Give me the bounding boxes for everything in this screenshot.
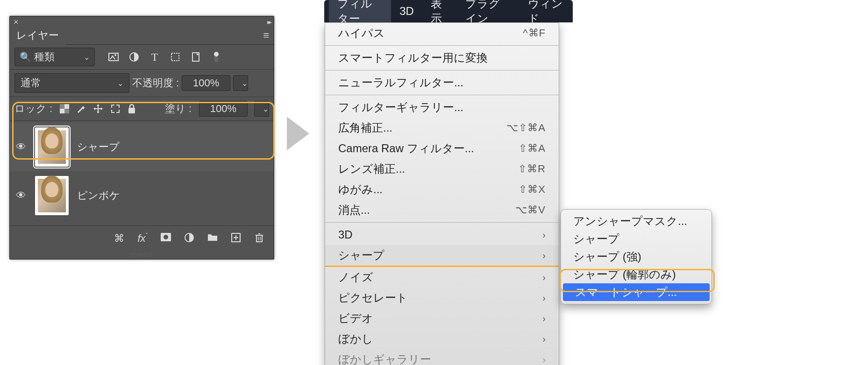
panel-menu-icon[interactable]: ≡	[263, 29, 269, 42]
mask-icon[interactable]	[160, 232, 172, 245]
menu-3d[interactable]: 3D	[391, 2, 422, 21]
filter-smart-icon[interactable]	[190, 51, 201, 63]
menu-item[interactable]: 消点... ⌥⌘V	[325, 200, 559, 220]
chevron-right-icon: ›	[542, 334, 546, 344]
filter-adjust-icon[interactable]	[128, 51, 140, 63]
fill-label: 塗り :	[165, 102, 192, 116]
opacity-input[interactable]: 100%	[182, 75, 230, 91]
svg-rect-14	[114, 104, 116, 106]
menu-item-label: 広角補正...	[338, 120, 392, 135]
submenu-item[interactable]: シャープ (強)	[561, 248, 711, 266]
menu-item-neural[interactable]: ニューラルフィルター...	[325, 72, 559, 93]
lock-paint-icon[interactable]	[76, 104, 86, 114]
menu-item-label: ぼかし	[338, 331, 373, 346]
svg-point-6	[214, 52, 219, 56]
menu-item[interactable]: Camera Raw フィルター... ⇧⌘A	[325, 138, 559, 159]
menu-shortcut: ⇧⌘A	[519, 142, 546, 154]
chevron-down-icon: ⌄	[242, 79, 248, 88]
submenu-item[interactable]: アンシャープマスク...	[561, 212, 711, 230]
menu-item-label: ビデオ	[338, 311, 373, 326]
chevron-down-icon: ⌄	[263, 105, 269, 113]
layer-row[interactable]: 👁 シャープ	[10, 123, 274, 171]
submenu-item[interactable]: シャープ	[561, 230, 711, 248]
submenu-item-smart-sharpen[interactable]: スマートシャープ...	[563, 283, 710, 301]
menu-item-convert-smart[interactable]: スマートフィルター用に変換	[325, 48, 559, 68]
menu-item-label: Camera Raw フィルター...	[338, 141, 474, 156]
menu-item-submenu[interactable]: ノイズ ›	[325, 267, 559, 288]
opacity-label: 不透明度 :	[132, 76, 179, 90]
menu-item-submenu[interactable]: ビデオ ›	[325, 308, 559, 329]
chevron-right-icon: ›	[542, 230, 546, 240]
filter-pixel-icon[interactable]	[108, 51, 119, 63]
menu-separator	[325, 70, 559, 70]
chevron-down-icon: ⌄	[117, 79, 123, 88]
chevron-down-icon: ⌄	[84, 53, 90, 62]
lock-move-icon[interactable]	[92, 103, 104, 114]
menu-shortcut: ⇧⌘X	[519, 183, 546, 196]
visibility-icon[interactable]: 👁	[15, 141, 27, 153]
fx-icon[interactable]: fxˇ	[136, 232, 149, 245]
menu-item[interactable]: レンズ補正... ⇧⌘R	[325, 159, 559, 179]
fill-value: 100%	[210, 103, 236, 115]
menu-shortcut: ⌥⇧⌘A	[506, 122, 546, 134]
menu-item-submenu[interactable]: ぼかし ›	[325, 329, 559, 349]
menu-item-sharpen[interactable]: シャープ ›	[325, 245, 559, 266]
lock-transparency-icon[interactable]	[60, 104, 69, 113]
menu-item-submenu[interactable]: ピクセレート ›	[325, 288, 559, 308]
menu-item-label: スマートフィルター用に変換	[338, 50, 488, 65]
submenu-item[interactable]: シャープ (輪郭のみ)	[561, 266, 711, 283]
menu-item-label: ニューラルフィルター...	[338, 75, 463, 90]
menu-item[interactable]: フィルターギャラリー...	[325, 97, 559, 118]
menu-item[interactable]: 広角補正... ⌥⇧⌘A	[325, 118, 559, 138]
menu-item-label: ハイパス	[338, 26, 385, 41]
resize-grip[interactable]: ::::::::::	[10, 251, 274, 259]
blend-mode-select[interactable]: 通常 ⌄	[14, 73, 129, 93]
blend-mode-value: 通常	[21, 76, 41, 90]
blend-row: 通常 ⌄ 不透明度 : 100% ⌄	[10, 70, 274, 97]
filter-shape-icon[interactable]	[170, 51, 181, 63]
menu-item-submenu[interactable]: 3D ›	[325, 225, 559, 245]
svg-rect-8	[60, 104, 64, 109]
chevron-right-icon: ›	[542, 272, 546, 283]
opacity-dropdown-button[interactable]: ⌄	[233, 75, 248, 91]
layer-kind-label: 種類	[34, 50, 55, 64]
menu-item-label: シャープ (強)	[573, 249, 641, 264]
layer-kind-select[interactable]: 🔍 種類 ⌄	[14, 48, 95, 66]
layer-name[interactable]: シャープ	[77, 140, 120, 154]
adjustment-icon[interactable]	[183, 232, 195, 245]
menu-item-label: ぼかしギャラリー	[338, 352, 431, 365]
lock-artboard-icon[interactable]	[110, 104, 121, 114]
svg-rect-12	[110, 108, 113, 110]
visibility-icon[interactable]: 👁	[15, 190, 27, 202]
link-layers-icon[interactable]: ⌘	[113, 232, 125, 245]
menu-item-label: 3D	[338, 228, 353, 241]
menu-item[interactable]: ゆがみ... ⇧⌘X	[325, 179, 559, 200]
tab-layers[interactable]: レイヤー	[10, 25, 65, 46]
menu-item-label: フィルターギャラリー...	[338, 100, 463, 115]
svg-rect-9	[64, 109, 69, 113]
menu-separator	[325, 45, 559, 46]
filter-toggle[interactable]	[211, 51, 222, 63]
group-icon[interactable]	[206, 232, 219, 245]
svg-rect-3	[171, 53, 179, 61]
menu-separator	[325, 222, 559, 223]
layer-row[interactable]: 👁 ピンボケ	[10, 171, 274, 220]
filter-type-icon[interactable]: T	[149, 51, 160, 63]
layer-filter-icons: T	[108, 51, 222, 63]
menu-item-label: シャープ	[338, 248, 384, 263]
layer-thumbnail[interactable]	[35, 127, 69, 167]
svg-rect-13	[118, 108, 121, 110]
layer-filter-row: 🔍 種類 ⌄ T	[10, 45, 274, 70]
layer-name[interactable]: ピンボケ	[77, 189, 120, 203]
lock-all-icon[interactable]	[127, 104, 136, 114]
fill-input[interactable]: 100%	[199, 101, 248, 117]
fill-dropdown-button[interactable]: ⌄	[254, 101, 269, 117]
menu-item-submenu[interactable]: ぼかしギャラリー ›	[325, 349, 559, 365]
menu-item-last-filter[interactable]: ハイパス ^⌘F	[325, 23, 559, 43]
menubar: フィルター 3D 表示 プラグイン ウィンド	[324, 0, 573, 22]
layer-list: 👁 シャープ 👁 ピンボケ	[10, 121, 274, 225]
search-icon: 🔍	[20, 51, 31, 63]
new-layer-icon[interactable]	[230, 232, 242, 245]
layer-thumbnail[interactable]	[35, 176, 69, 215]
delete-icon[interactable]	[253, 232, 265, 245]
